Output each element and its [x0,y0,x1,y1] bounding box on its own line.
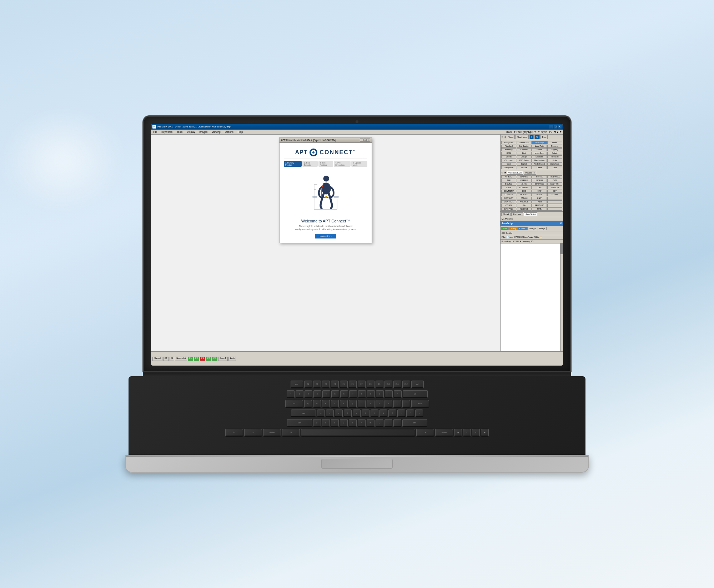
key-d[interactable]: d [335,409,343,417]
key-down[interactable]: ▼ [472,429,480,437]
btn-units[interactable]: Units [547,159,562,162]
status-f3[interactable]: F3 [200,357,205,361]
btn-other[interactable]: Other [547,141,562,144]
key-lshift[interactable]: shift [287,419,312,427]
key-f1[interactable]: F1 [304,381,312,388]
btn-clipboard[interactable]: Clipboard [501,159,516,162]
key-c[interactable]: c [331,419,339,427]
vol-perturb[interactable]: PERTURB [532,204,547,207]
btn-cfd-setup[interactable]: CFD Setup [517,159,532,162]
btn-rigidify[interactable]: Rigidify [547,148,562,151]
key-h[interactable]: h [362,409,369,417]
key-f[interactable]: f [344,409,352,417]
file-browse-icon[interactable]: 📁 [539,236,542,238]
key-5[interactable]: 5 [331,390,339,398]
key-f8[interactable]: F8 [367,381,374,388]
tab-javascript[interactable]: JavaScript [524,212,537,216]
key-6[interactable]: 6 [340,390,348,398]
key-e[interactable]: e [322,400,330,408]
vol-sensor[interactable]: SENSOR [547,186,562,189]
tab-part-tree[interactable]: Part tree [511,212,523,216]
btn-workflows[interactable]: Workflows [547,162,562,166]
vol-unit[interactable]: UNIT [532,197,547,200]
btn-xrefs[interactable]: Xrefs [547,166,562,169]
js-encrypt-btn[interactable]: Encrypt [527,227,537,230]
btn-mass-prop[interactable]: Mass Prop [532,152,547,155]
btn-implicit[interactable]: Implicit [517,162,532,166]
vol-cosim[interactable]: COSIM [501,204,516,207]
js-close-icon[interactable]: ✕ [560,222,562,225]
vol-tab-1-2[interactable]: Volumes I & II [507,171,523,175]
key-rshift[interactable]: shift [402,419,427,427]
btn-coat[interactable]: Coat [501,162,516,166]
vol-integr[interactable]: INTEGR [532,179,547,182]
vol-surface[interactable]: SURFACE [532,182,547,186]
key-f7[interactable]: F7 [358,381,366,388]
menu-tools[interactable]: Tools [176,131,183,133]
key-p[interactable]: p [384,400,392,408]
key-esc[interactable]: esc [291,381,303,388]
key-t[interactable]: t [340,400,348,408]
key-3[interactable]: 3 [313,390,321,398]
btn-attached[interactable]: Attached [501,145,516,148]
mesh-tools-btn[interactable]: Mesh tools [516,135,529,139]
status-manual[interactable]: Manual [152,357,162,361]
vol-control[interactable]: CONTROL [501,200,516,203]
instructions-button[interactable]: Instructions [315,234,336,238]
btn-bom[interactable]: BOM [501,152,516,155]
key-option-r[interactable]: option [435,429,453,437]
vol-section[interactable]: SECTION [547,182,562,186]
vol-mat[interactable]: MAT [532,190,547,193]
btn-node-import[interactable]: Node Import [532,162,547,166]
vol-bound[interactable]: BOUND [501,182,516,186]
menu-display[interactable]: Display [186,131,196,133]
status-f2[interactable]: F2 [194,357,199,361]
btn-composite[interactable]: Composite [501,166,516,169]
key-backtick[interactable]: ` [287,390,295,398]
key-backslash[interactable]: \ [415,409,423,417]
key-semicolon[interactable]: ; [397,409,405,417]
menu-help[interactable]: Help [237,131,243,133]
btn-measure[interactable]: Measure [532,155,547,159]
minimize-btn[interactable]: _ [549,125,553,129]
key-f4[interactable]: F4 [331,381,339,388]
btn-connection[interactable]: Connection [517,141,532,144]
btn-safety[interactable]: Safety [547,152,562,155]
key-del[interactable]: del [411,381,424,388]
vol-part[interactable]: PART [532,200,547,203]
tab-model[interactable]: Model [501,212,511,216]
key-space[interactable] [301,429,415,437]
js-debug-btn[interactable]: Debug [508,227,518,230]
vol-rail[interactable]: RAIL [532,207,547,211]
key-f6[interactable]: F6 [349,381,357,388]
key-0[interactable]: 0 [376,390,384,398]
key-up[interactable]: ▲ [463,429,471,437]
key-y[interactable]: y [349,400,357,408]
apt-maximize[interactable]: □ [363,139,367,142]
js-scrollbar-thumb[interactable] [560,243,563,254]
key-k[interactable]: k [379,409,387,417]
key-f12[interactable]: F12 [402,381,410,388]
key-fn[interactable]: fn [225,429,243,437]
status-lock[interactable]: Lock [228,357,236,361]
key-a[interactable]: a [317,409,325,417]
key-w[interactable]: w [313,400,321,408]
status-f1[interactable]: F1 [188,357,193,361]
key-f10[interactable]: F10 [384,381,392,388]
post-btn[interactable]: Post [540,135,548,139]
vol-comment[interactable]: COMMENT [501,190,516,193]
btn-remove[interactable]: Remove [547,145,562,148]
js-editor-area[interactable] [501,243,563,352]
vol-element[interactable]: ELEMENT [517,186,532,189]
key-rbracket[interactable]: ] [402,400,410,408]
js-merge-btn[interactable]: Merge [538,227,547,230]
key-m[interactable]: m [367,419,374,427]
key-2[interactable]: 2 [305,390,312,398]
key-slash[interactable]: / [393,419,401,427]
close-btn[interactable]: ✕ [558,125,562,129]
status-node-plot[interactable]: Node plot [175,357,187,361]
wizard-step-3[interactable]: 3. Belt Routing [318,161,333,167]
key-ctrl[interactable]: ctrl [244,429,262,437]
apt-close[interactable]: ✕ [367,139,370,142]
tools-btn[interactable]: Tools [507,135,515,139]
